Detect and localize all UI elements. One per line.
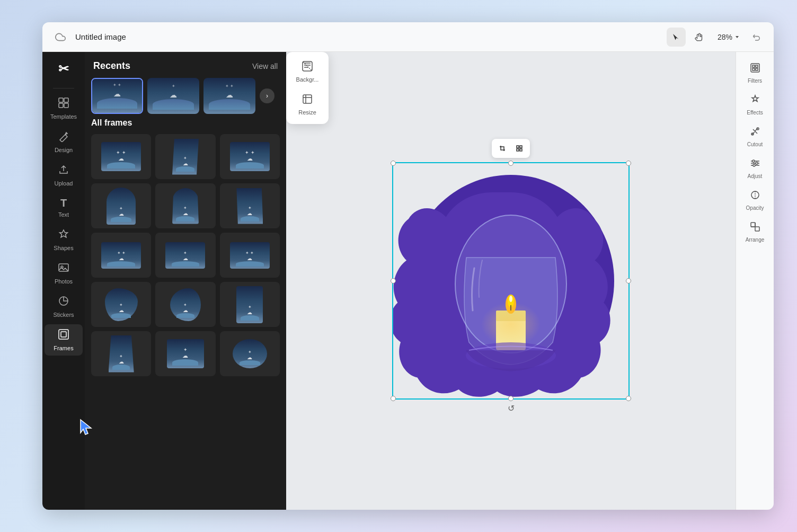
recents-title: Recents (93, 60, 130, 72)
frame-thumb-rect2[interactable]: ✦ ☁ (155, 331, 215, 376)
app-logo: ✂ (53, 58, 74, 79)
logo-icon: ✂ (58, 61, 69, 76)
right-sidebar: Filters Effects Cutout (736, 52, 774, 510)
photos-label: Photos (55, 278, 73, 285)
background-label: Backgr... (296, 76, 319, 83)
svg-rect-1 (64, 98, 68, 102)
cloud-save-button[interactable] (51, 28, 70, 47)
sidebar-item-shapes[interactable]: Shapes (45, 224, 83, 255)
svg-rect-2 (59, 103, 63, 108)
cutout-icon (750, 126, 760, 139)
recent-thumb-2[interactable]: ✦ ☁ (147, 78, 199, 114)
background-tool[interactable]: Backgr... (290, 56, 324, 87)
right-tool-cutout[interactable]: Cutout (738, 122, 772, 152)
recents-header: Recents View all (85, 52, 286, 78)
recents-next-button[interactable]: › (260, 88, 274, 103)
resize-tool[interactable]: Resize (290, 89, 324, 120)
resize-label: Resize (298, 109, 316, 116)
svg-rect-8 (61, 332, 66, 337)
frame-thumb-blob1[interactable]: ✦ ☁ (91, 282, 151, 327)
sidebar-divider (53, 88, 74, 88)
handle-top-right[interactable] (626, 161, 631, 166)
recent-thumb-3[interactable]: ✦ ✦ ☁ (203, 78, 255, 114)
frames-panel: Recents View all ✦ ✦ ☁ ✦ (85, 52, 286, 510)
frame-thumb-wide1[interactable]: ✦ ✦ ☁ (220, 134, 280, 179)
recent-thumb-1[interactable]: ✦ ✦ ☁ (91, 78, 143, 114)
svg-rect-10 (303, 95, 312, 103)
sidebar-item-text[interactable]: T Text (45, 193, 83, 222)
text-label: Text (58, 211, 69, 218)
handle-bottom-right[interactable] (626, 396, 631, 401)
handle-bottom-left[interactable] (391, 396, 396, 401)
frame-thumb-angled1[interactable]: ✦ ☁ (155, 134, 215, 179)
frame-thumb-portrait1[interactable]: ✦ ☁ (220, 282, 280, 327)
frame-thumb-wide4[interactable]: ✦ ✦ ☁ (220, 233, 280, 278)
frame-thumb-oval1[interactable]: ✦ ☁ (220, 331, 280, 376)
svg-rect-39 (755, 227, 759, 231)
transform-button[interactable] (512, 141, 527, 156)
frame-thumb-arch1[interactable]: ✦ ☁ (91, 183, 151, 228)
svg-rect-0 (59, 98, 63, 102)
opacity-icon (750, 190, 760, 203)
svg-rect-7 (59, 330, 68, 339)
handle-mid-right[interactable] (626, 278, 631, 283)
right-tool-arrange[interactable]: Arrange (738, 217, 772, 247)
sidebar-item-templates[interactable]: Templates (45, 93, 83, 124)
upload-label: Upload (55, 180, 73, 187)
all-frames-section: All frames ✦ ✦ ☁ ✦ ☁ (85, 114, 286, 510)
svg-rect-3 (64, 103, 68, 108)
opacity-label: Opacity (746, 205, 764, 211)
top-bar-left: Untitled image (51, 28, 126, 47)
svg-rect-29 (756, 68, 758, 70)
zoom-control[interactable]: 28% (713, 31, 744, 43)
cutout-label: Cutout (747, 141, 763, 147)
design-label: Design (55, 147, 73, 153)
zoom-value: 28% (718, 33, 732, 41)
right-tool-effects[interactable]: Effects (738, 90, 772, 120)
right-tool-filters[interactable]: Filters (738, 58, 772, 88)
right-tool-adjust[interactable]: Adjust (738, 154, 772, 183)
frame-thumb-wide2[interactable]: ✦ ✦ ☁ (91, 233, 151, 278)
handle-top-left[interactable] (391, 161, 396, 166)
right-tool-opacity[interactable]: Opacity (738, 185, 772, 215)
canvas-background: ↺ (286, 52, 736, 510)
canvas-area[interactable]: Backgr... Resize (286, 52, 736, 510)
filters-label: Filters (748, 78, 762, 84)
app-container: Untitled image 28% (42, 22, 774, 510)
photos-icon (58, 262, 69, 276)
frames-icon (58, 329, 69, 343)
handle-bottom-center[interactable] (508, 396, 513, 401)
frame-thumb-blob2[interactable]: ✦ ☁ (155, 282, 215, 327)
arrange-label: Arrange (746, 237, 765, 243)
select-tool-button[interactable] (667, 28, 686, 47)
crop-button[interactable] (495, 141, 510, 156)
frame-thumb-portrait2[interactable]: ✦ ☁ (91, 331, 151, 376)
sidebar-item-frames[interactable]: Frames (45, 324, 83, 356)
all-frames-title: All frames (91, 118, 280, 128)
handle-mid-left[interactable] (391, 278, 396, 283)
svg-rect-14 (520, 149, 522, 151)
main-content: ✂ Templates (42, 52, 774, 510)
frame-thumb-arch2[interactable]: ✦ ☁ (155, 183, 215, 228)
sidebar-item-stickers[interactable]: Stickers (45, 291, 83, 322)
view-all-button[interactable]: View all (252, 62, 278, 70)
rotate-handle[interactable]: ↺ (506, 403, 516, 413)
svg-rect-13 (517, 149, 519, 151)
frames-label: Frames (54, 345, 73, 351)
sidebar-item-design[interactable]: Design (45, 126, 83, 157)
adjust-label: Adjust (748, 173, 763, 179)
frame-thumb-wide3[interactable]: ✦ ☁ (155, 233, 215, 278)
pan-tool-button[interactable] (690, 28, 709, 47)
svg-rect-28 (752, 68, 755, 70)
frame-thumb-rect1[interactable]: ✦ ✦ ☁ (91, 134, 151, 179)
svg-rect-12 (520, 146, 522, 148)
svg-point-36 (756, 162, 758, 164)
undo-button[interactable] (748, 29, 765, 46)
frame-thumb-angled2[interactable]: ✦ ☁ (220, 183, 280, 228)
templates-label: Templates (50, 113, 77, 120)
handle-top-center[interactable] (508, 161, 513, 166)
sidebar-item-photos[interactable]: Photos (45, 258, 83, 289)
top-bar-right: 28% (667, 28, 765, 47)
sidebar-item-upload[interactable]: Upload (45, 159, 83, 191)
canvas-image-wrapper[interactable]: ↺ (392, 162, 630, 400)
